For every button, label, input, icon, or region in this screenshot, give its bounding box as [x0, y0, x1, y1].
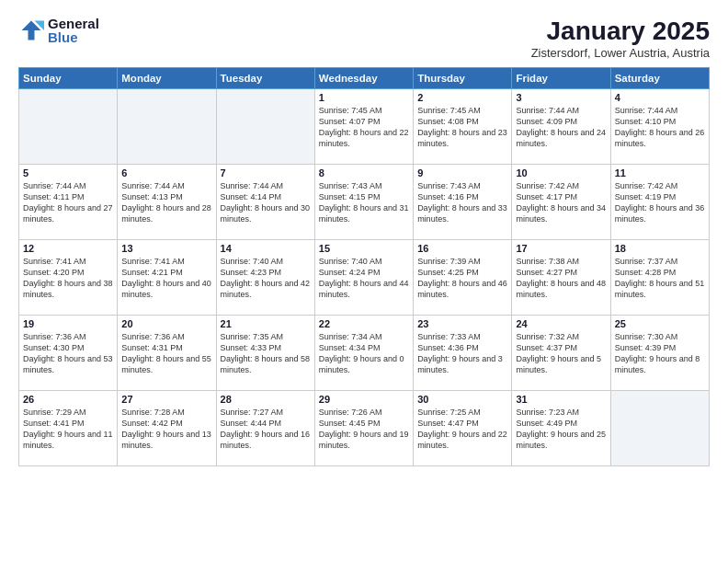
- day-info: Sunrise: 7:37 AM Sunset: 4:28 PM Dayligh…: [615, 256, 705, 301]
- day-info: Sunrise: 7:35 AM Sunset: 4:33 PM Dayligh…: [221, 331, 311, 376]
- day-info: Sunrise: 7:42 AM Sunset: 4:19 PM Dayligh…: [615, 180, 705, 225]
- weekday-sunday: Sunday: [19, 68, 118, 89]
- calendar-cell: 19Sunrise: 7:36 AM Sunset: 4:30 PM Dayli…: [19, 316, 118, 391]
- week-row-4: 19Sunrise: 7:36 AM Sunset: 4:30 PM Dayli…: [19, 316, 710, 391]
- day-info: Sunrise: 7:29 AM Sunset: 4:41 PM Dayligh…: [23, 407, 113, 452]
- day-number: 14: [221, 243, 311, 254]
- day-info: Sunrise: 7:44 AM Sunset: 4:11 PM Dayligh…: [23, 180, 113, 225]
- day-number: 10: [516, 167, 606, 178]
- day-info: Sunrise: 7:44 AM Sunset: 4:10 PM Dayligh…: [615, 105, 705, 150]
- weekday-saturday: Saturday: [610, 68, 709, 89]
- logo-text: General Blue: [48, 17, 99, 44]
- header: General Blue January 2025 Zistersdorf, L…: [18, 17, 710, 60]
- calendar-cell: 31Sunrise: 7:23 AM Sunset: 4:49 PM Dayli…: [512, 391, 610, 466]
- day-info: Sunrise: 7:42 AM Sunset: 4:17 PM Dayligh…: [516, 180, 606, 225]
- calendar-cell: 6Sunrise: 7:44 AM Sunset: 4:13 PM Daylig…: [118, 165, 216, 240]
- calendar-cell: [19, 89, 118, 165]
- day-number: 19: [23, 318, 113, 329]
- calendar-cell: 28Sunrise: 7:27 AM Sunset: 4:44 PM Dayli…: [216, 391, 314, 466]
- calendar-cell: 18Sunrise: 7:37 AM Sunset: 4:28 PM Dayli…: [610, 240, 709, 316]
- calendar-cell: 24Sunrise: 7:32 AM Sunset: 4:37 PM Dayli…: [512, 316, 610, 391]
- calendar-cell: 1Sunrise: 7:45 AM Sunset: 4:07 PM Daylig…: [314, 89, 413, 165]
- logo-icon: [18, 17, 44, 43]
- calendar-table: SundayMondayTuesdayWednesdayThursdayFrid…: [18, 67, 710, 466]
- day-info: Sunrise: 7:23 AM Sunset: 4:49 PM Dayligh…: [516, 407, 606, 452]
- calendar-cell: 25Sunrise: 7:30 AM Sunset: 4:39 PM Dayli…: [610, 316, 709, 391]
- calendar-cell: 8Sunrise: 7:43 AM Sunset: 4:15 PM Daylig…: [314, 165, 413, 240]
- day-info: Sunrise: 7:45 AM Sunset: 4:07 PM Dayligh…: [319, 105, 409, 150]
- day-number: 24: [516, 318, 606, 329]
- calendar-cell: 11Sunrise: 7:42 AM Sunset: 4:19 PM Dayli…: [610, 165, 709, 240]
- location-subtitle: Zistersdorf, Lower Austria, Austria: [531, 46, 710, 60]
- day-number: 29: [319, 394, 409, 405]
- logo-blue-text: Blue: [48, 30, 99, 44]
- calendar-cell: 16Sunrise: 7:39 AM Sunset: 4:25 PM Dayli…: [414, 240, 512, 316]
- day-number: 31: [516, 394, 606, 405]
- weekday-thursday: Thursday: [414, 68, 512, 89]
- day-info: Sunrise: 7:39 AM Sunset: 4:25 PM Dayligh…: [417, 256, 507, 301]
- day-info: Sunrise: 7:38 AM Sunset: 4:27 PM Dayligh…: [516, 256, 606, 301]
- calendar-cell: 17Sunrise: 7:38 AM Sunset: 4:27 PM Dayli…: [512, 240, 610, 316]
- calendar-cell: 9Sunrise: 7:43 AM Sunset: 4:16 PM Daylig…: [414, 165, 512, 240]
- week-row-1: 1Sunrise: 7:45 AM Sunset: 4:07 PM Daylig…: [19, 89, 710, 165]
- day-number: 27: [121, 394, 211, 405]
- week-row-5: 26Sunrise: 7:29 AM Sunset: 4:41 PM Dayli…: [19, 391, 710, 466]
- day-info: Sunrise: 7:43 AM Sunset: 4:16 PM Dayligh…: [417, 180, 507, 225]
- logo-general-text: General: [48, 17, 99, 30]
- calendar-cell: [216, 89, 314, 165]
- calendar-cell: 30Sunrise: 7:25 AM Sunset: 4:47 PM Dayli…: [414, 391, 512, 466]
- day-info: Sunrise: 7:30 AM Sunset: 4:39 PM Dayligh…: [615, 331, 705, 376]
- title-block: January 2025 Zistersdorf, Lower Austria,…: [531, 17, 710, 60]
- calendar-cell: 27Sunrise: 7:28 AM Sunset: 4:42 PM Dayli…: [118, 391, 216, 466]
- day-number: 16: [417, 243, 507, 254]
- day-info: Sunrise: 7:44 AM Sunset: 4:14 PM Dayligh…: [221, 180, 311, 225]
- day-number: 8: [319, 167, 409, 178]
- day-number: 22: [319, 318, 409, 329]
- day-number: 13: [121, 243, 211, 254]
- calendar-cell: 13Sunrise: 7:41 AM Sunset: 4:21 PM Dayli…: [118, 240, 216, 316]
- day-info: Sunrise: 7:41 AM Sunset: 4:21 PM Dayligh…: [121, 256, 211, 301]
- calendar-cell: 14Sunrise: 7:40 AM Sunset: 4:23 PM Dayli…: [216, 240, 314, 316]
- day-info: Sunrise: 7:26 AM Sunset: 4:45 PM Dayligh…: [319, 407, 409, 452]
- day-number: 23: [417, 318, 507, 329]
- day-number: 3: [516, 92, 606, 103]
- day-number: 9: [417, 167, 507, 178]
- calendar-cell: 22Sunrise: 7:34 AM Sunset: 4:34 PM Dayli…: [314, 316, 413, 391]
- day-number: 28: [221, 394, 311, 405]
- day-number: 12: [23, 243, 113, 254]
- day-info: Sunrise: 7:43 AM Sunset: 4:15 PM Dayligh…: [319, 180, 409, 225]
- calendar-cell: [610, 391, 709, 466]
- calendar-cell: 21Sunrise: 7:35 AM Sunset: 4:33 PM Dayli…: [216, 316, 314, 391]
- calendar-cell: 12Sunrise: 7:41 AM Sunset: 4:20 PM Dayli…: [19, 240, 118, 316]
- day-info: Sunrise: 7:27 AM Sunset: 4:44 PM Dayligh…: [221, 407, 311, 452]
- day-info: Sunrise: 7:36 AM Sunset: 4:30 PM Dayligh…: [23, 331, 113, 376]
- calendar-cell: 29Sunrise: 7:26 AM Sunset: 4:45 PM Dayli…: [314, 391, 413, 466]
- month-title: January 2025: [531, 17, 710, 46]
- day-info: Sunrise: 7:28 AM Sunset: 4:42 PM Dayligh…: [121, 407, 211, 452]
- calendar-cell: 26Sunrise: 7:29 AM Sunset: 4:41 PM Dayli…: [19, 391, 118, 466]
- weekday-wednesday: Wednesday: [314, 68, 413, 89]
- calendar-cell: 20Sunrise: 7:36 AM Sunset: 4:31 PM Dayli…: [118, 316, 216, 391]
- calendar-cell: 5Sunrise: 7:44 AM Sunset: 4:11 PM Daylig…: [19, 165, 118, 240]
- day-info: Sunrise: 7:32 AM Sunset: 4:37 PM Dayligh…: [516, 331, 606, 376]
- day-number: 4: [615, 92, 705, 103]
- calendar-cell: 7Sunrise: 7:44 AM Sunset: 4:14 PM Daylig…: [216, 165, 314, 240]
- day-number: 11: [615, 167, 705, 178]
- calendar-cell: 4Sunrise: 7:44 AM Sunset: 4:10 PM Daylig…: [610, 89, 709, 165]
- day-number: 21: [221, 318, 311, 329]
- day-info: Sunrise: 7:33 AM Sunset: 4:36 PM Dayligh…: [417, 331, 507, 376]
- calendar-cell: 3Sunrise: 7:44 AM Sunset: 4:09 PM Daylig…: [512, 89, 610, 165]
- calendar-cell: 23Sunrise: 7:33 AM Sunset: 4:36 PM Dayli…: [414, 316, 512, 391]
- day-number: 2: [417, 92, 507, 103]
- weekday-header-row: SundayMondayTuesdayWednesdayThursdayFrid…: [19, 68, 710, 89]
- day-info: Sunrise: 7:40 AM Sunset: 4:23 PM Dayligh…: [221, 256, 311, 301]
- day-number: 7: [221, 167, 311, 178]
- day-info: Sunrise: 7:40 AM Sunset: 4:24 PM Dayligh…: [319, 256, 409, 301]
- day-number: 26: [23, 394, 113, 405]
- day-number: 30: [417, 394, 507, 405]
- weekday-friday: Friday: [512, 68, 610, 89]
- week-row-2: 5Sunrise: 7:44 AM Sunset: 4:11 PM Daylig…: [19, 165, 710, 240]
- week-row-3: 12Sunrise: 7:41 AM Sunset: 4:20 PM Dayli…: [19, 240, 710, 316]
- day-info: Sunrise: 7:36 AM Sunset: 4:31 PM Dayligh…: [121, 331, 211, 376]
- day-number: 17: [516, 243, 606, 254]
